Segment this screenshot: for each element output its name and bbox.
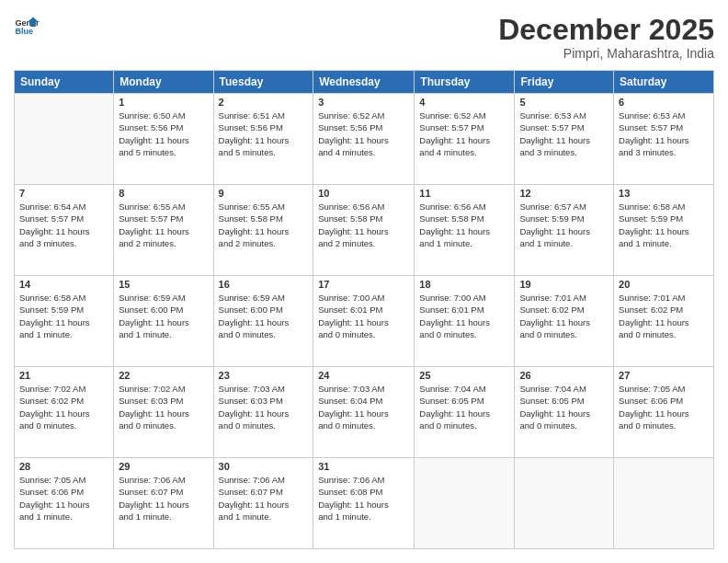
calendar-cell: 4Sunrise: 6:52 AM Sunset: 5:57 PM Daylig… [415,94,515,185]
calendar-cell: 6Sunrise: 6:53 AM Sunset: 5:57 PM Daylig… [614,94,714,185]
calendar-header-friday: Friday [515,71,614,94]
calendar-week-2: 7Sunrise: 6:54 AM Sunset: 5:57 PM Daylig… [15,185,714,276]
day-number: 25 [419,370,509,381]
day-number: 19 [519,279,609,290]
calendar-cell: 25Sunrise: 7:04 AM Sunset: 6:05 PM Dayli… [415,367,515,458]
day-number: 14 [19,279,108,290]
calendar-week-3: 14Sunrise: 6:58 AM Sunset: 5:59 PM Dayli… [15,276,714,367]
day-info: Sunrise: 6:53 AM Sunset: 5:57 PM Dayligh… [619,109,709,158]
day-number: 9 [219,188,309,199]
day-number: 30 [219,461,309,472]
calendar-cell: 17Sunrise: 7:00 AM Sunset: 6:01 PM Dayli… [313,276,415,367]
calendar-header-tuesday: Tuesday [213,71,313,94]
day-info: Sunrise: 7:01 AM Sunset: 6:02 PM Dayligh… [519,292,609,340]
day-info: Sunrise: 6:58 AM Sunset: 5:59 PM Dayligh… [619,201,709,249]
day-number: 1 [119,97,208,108]
day-number: 12 [519,188,609,199]
day-info: Sunrise: 7:03 AM Sunset: 6:04 PM Dayligh… [318,383,409,431]
day-number: 23 [219,370,309,381]
day-info: Sunrise: 6:55 AM Sunset: 5:58 PM Dayligh… [219,201,309,249]
calendar-cell: 3Sunrise: 6:52 AM Sunset: 5:56 PM Daylig… [313,94,415,185]
day-number: 7 [19,188,108,199]
day-number: 28 [19,461,108,472]
day-info: Sunrise: 7:05 AM Sunset: 6:06 PM Dayligh… [619,383,709,431]
calendar-cell: 23Sunrise: 7:03 AM Sunset: 6:03 PM Dayli… [213,367,313,458]
header: General Blue December 2025 Pimpri, Mahar… [14,14,714,61]
title-area: December 2025 Pimpri, Maharashtra, India [498,14,714,61]
calendar-cell: 7Sunrise: 6:54 AM Sunset: 5:57 PM Daylig… [15,185,114,276]
calendar-cell: 19Sunrise: 7:01 AM Sunset: 6:02 PM Dayli… [515,276,614,367]
day-number: 6 [619,97,709,108]
day-info: Sunrise: 6:50 AM Sunset: 5:56 PM Dayligh… [119,109,208,158]
calendar-cell: 20Sunrise: 7:01 AM Sunset: 6:02 PM Dayli… [614,276,714,367]
calendar-cell: 15Sunrise: 6:59 AM Sunset: 6:00 PM Dayli… [114,276,213,367]
day-info: Sunrise: 6:54 AM Sunset: 5:57 PM Dayligh… [19,201,108,249]
logo-icon: General Blue [14,14,40,40]
day-info: Sunrise: 6:53 AM Sunset: 5:57 PM Dayligh… [519,109,609,158]
day-number: 26 [519,370,609,381]
day-info: Sunrise: 7:00 AM Sunset: 6:01 PM Dayligh… [419,292,509,340]
day-info: Sunrise: 7:05 AM Sunset: 6:06 PM Dayligh… [19,474,108,523]
calendar-cell [15,94,114,185]
calendar-cell: 10Sunrise: 6:56 AM Sunset: 5:58 PM Dayli… [313,185,415,276]
calendar-cell: 28Sunrise: 7:05 AM Sunset: 6:06 PM Dayli… [15,458,114,549]
day-info: Sunrise: 6:58 AM Sunset: 5:59 PM Dayligh… [19,292,108,340]
day-info: Sunrise: 6:56 AM Sunset: 5:58 PM Dayligh… [318,201,409,249]
calendar-cell: 12Sunrise: 6:57 AM Sunset: 5:59 PM Dayli… [515,185,614,276]
day-number: 16 [219,279,309,290]
svg-text:General: General [15,18,40,28]
calendar-cell: 22Sunrise: 7:02 AM Sunset: 6:03 PM Dayli… [114,367,213,458]
day-info: Sunrise: 6:59 AM Sunset: 6:00 PM Dayligh… [119,292,208,340]
calendar-cell: 26Sunrise: 7:04 AM Sunset: 6:05 PM Dayli… [515,367,614,458]
calendar-cell: 31Sunrise: 7:06 AM Sunset: 6:08 PM Dayli… [313,458,415,549]
day-info: Sunrise: 6:56 AM Sunset: 5:58 PM Dayligh… [419,201,509,249]
day-info: Sunrise: 7:03 AM Sunset: 6:03 PM Dayligh… [219,383,309,431]
day-number: 21 [19,370,108,381]
calendar-table: SundayMondayTuesdayWednesdayThursdayFrid… [14,70,714,549]
subtitle: Pimpri, Maharashtra, India [498,46,714,61]
day-number: 13 [619,188,709,199]
calendar-cell: 29Sunrise: 7:06 AM Sunset: 6:07 PM Dayli… [114,458,213,549]
calendar-header-monday: Monday [114,71,213,94]
calendar-cell: 21Sunrise: 7:02 AM Sunset: 6:02 PM Dayli… [15,367,114,458]
day-number: 8 [119,188,208,199]
calendar-cell: 14Sunrise: 6:58 AM Sunset: 5:59 PM Dayli… [15,276,114,367]
calendar-header-wednesday: Wednesday [313,71,415,94]
calendar-week-5: 28Sunrise: 7:05 AM Sunset: 6:06 PM Dayli… [15,458,714,549]
day-info: Sunrise: 7:06 AM Sunset: 6:07 PM Dayligh… [119,474,208,523]
day-info: Sunrise: 7:02 AM Sunset: 6:02 PM Dayligh… [19,383,108,431]
calendar-week-4: 21Sunrise: 7:02 AM Sunset: 6:02 PM Dayli… [15,367,714,458]
calendar-header-saturday: Saturday [614,71,714,94]
logo: General Blue [14,14,43,40]
day-info: Sunrise: 7:01 AM Sunset: 6:02 PM Dayligh… [619,292,709,340]
calendar-cell: 9Sunrise: 6:55 AM Sunset: 5:58 PM Daylig… [213,185,313,276]
day-number: 2 [219,97,309,108]
calendar-cell [415,458,515,549]
calendar-cell: 16Sunrise: 6:59 AM Sunset: 6:00 PM Dayli… [213,276,313,367]
day-info: Sunrise: 6:55 AM Sunset: 5:57 PM Dayligh… [119,201,208,249]
calendar-cell: 18Sunrise: 7:00 AM Sunset: 6:01 PM Dayli… [415,276,515,367]
day-number: 24 [318,370,409,381]
day-info: Sunrise: 7:06 AM Sunset: 6:07 PM Dayligh… [219,474,309,523]
calendar-cell [515,458,614,549]
day-number: 29 [119,461,208,472]
calendar-cell: 13Sunrise: 6:58 AM Sunset: 5:59 PM Dayli… [614,185,714,276]
day-number: 3 [318,97,409,108]
calendar-cell: 11Sunrise: 6:56 AM Sunset: 5:58 PM Dayli… [415,185,515,276]
day-info: Sunrise: 7:00 AM Sunset: 6:01 PM Dayligh… [318,292,409,340]
calendar-cell: 8Sunrise: 6:55 AM Sunset: 5:57 PM Daylig… [114,185,213,276]
svg-text:Blue: Blue [15,27,33,36]
calendar-cell: 24Sunrise: 7:03 AM Sunset: 6:04 PM Dayli… [313,367,415,458]
day-number: 18 [419,279,509,290]
day-info: Sunrise: 7:04 AM Sunset: 6:05 PM Dayligh… [419,383,509,431]
calendar-cell: 27Sunrise: 7:05 AM Sunset: 6:06 PM Dayli… [614,367,714,458]
day-number: 20 [619,279,709,290]
day-number: 22 [119,370,208,381]
calendar-cell: 30Sunrise: 7:06 AM Sunset: 6:07 PM Dayli… [213,458,313,549]
month-title: December 2025 [498,14,714,46]
calendar-week-1: 1Sunrise: 6:50 AM Sunset: 5:56 PM Daylig… [15,94,714,185]
day-number: 31 [318,461,409,472]
day-info: Sunrise: 6:52 AM Sunset: 5:57 PM Dayligh… [419,109,509,158]
day-number: 4 [419,97,509,108]
calendar-cell [614,458,714,549]
